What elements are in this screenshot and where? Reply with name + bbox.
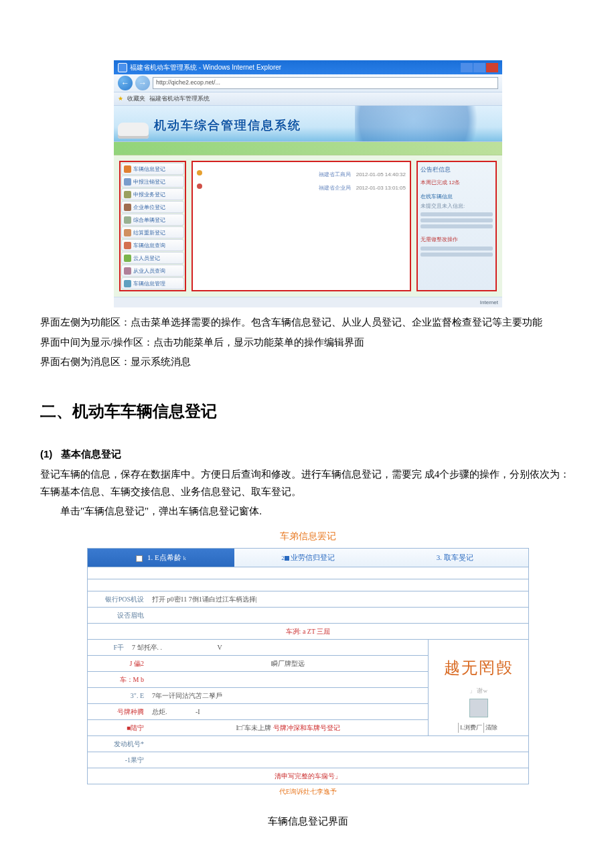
window-title-bar: 福建省机动车管理系统 - Windows Internet Explorer [114, 60, 502, 74]
maximize-icon[interactable] [473, 63, 485, 72]
sidebar-item[interactable]: 申报注销登记 [121, 175, 184, 188]
right-panel-sub2: 未提交且未入信息: [420, 202, 493, 211]
field-label: 车：M b [88, 672, 148, 687]
minimize-icon[interactable] [461, 63, 473, 72]
banner-decor [355, 106, 502, 141]
favorites-label: 收藏夹 [127, 94, 145, 104]
field-value[interactable]: 瞬厂牌型远 [148, 656, 428, 671]
field-label: 银行POS机设 [88, 591, 148, 607]
field-value[interactable] [148, 752, 528, 768]
bullet-icon [197, 170, 202, 175]
field-value[interactable]: 7 邹托卒. . V [128, 640, 428, 655]
form-screenshot: 1. E点希龄 k 2业劳信归登记 3. 取车旻记 银行POS机设 打开 p0密… [87, 548, 529, 784]
bullet-icon [197, 184, 202, 189]
field-label: -1果宁 [88, 752, 148, 768]
body-paragraph: 界面右侧为消息区：显示系统消息 [40, 354, 576, 371]
browse-button[interactable]: L浏费厂 [458, 723, 483, 733]
photo-sub-text: 」 谢w [469, 686, 487, 696]
sidebar-item[interactable]: 申报业务登记 [121, 188, 184, 200]
split-left: F干 7 邹托卒. . V J 儡2 瞬厂牌型远 车：M b 3". E 7年一… [87, 640, 429, 736]
menu-icon [124, 242, 131, 249]
sidebar-item[interactable]: 结算重新登记 [121, 226, 184, 238]
window-controls [461, 63, 498, 72]
field-label: ■陆宁 [88, 720, 148, 735]
menu-icon [124, 165, 131, 173]
field-value[interactable] [148, 608, 528, 623]
form-row: J 儡2 瞬厂牌型远 [87, 656, 429, 672]
menu-icon [124, 229, 131, 236]
form-row-meidi: 设否眉电 [87, 608, 529, 624]
body-paragraph: 单击"车辆信息登记"，弹出车辆信息登记窗体. [40, 503, 576, 520]
status-text: Internet [480, 298, 498, 307]
body-paragraph: 界面左侧为功能区：点击菜单选择需要的操作。包含车辆信息登记、从业人员登记、企业监… [40, 314, 576, 332]
field-label: 号牌种腾 [88, 704, 148, 719]
back-button[interactable]: ← [118, 76, 133, 90]
form-row: -1果宁 [87, 752, 529, 768]
form-row: 3". E 7年一讦同沽汽苫二孥戶 [87, 688, 429, 704]
split-row: F干 7 邹托卒. . V J 儡2 瞬厂牌型远 车：M b 3". E 7年一… [87, 640, 529, 736]
nav-strip [114, 142, 502, 155]
section-divider: 车冽: a ZT 三屈 [87, 624, 529, 640]
sidebar-item[interactable]: 车辆信息登记 [121, 163, 184, 175]
site-tab[interactable]: 福建省机动车管理系统 [149, 94, 210, 104]
menu-icon [124, 204, 131, 211]
tab-row: 1. E点希龄 k 2业劳信归登记 3. 取车旻记 [87, 548, 529, 567]
car-icon [118, 123, 149, 139]
page-banner: 机动车综合管理信息系统 [114, 106, 502, 142]
form-screenshot-title: 车弟信息罢记 [40, 529, 576, 545]
close-icon[interactable] [486, 63, 498, 72]
clear-button[interactable]: 清除 [483, 723, 499, 733]
sidebar-item[interactable]: 云人员登记 [121, 252, 184, 264]
form-row: F干 7 邹托卒. . V [87, 640, 429, 656]
field-value[interactable] [148, 736, 528, 752]
field-value[interactable] [148, 672, 428, 687]
sidebar-item[interactable]: 车辆信息管理 [121, 277, 184, 289]
field-value[interactable]: 7年一讦同沽汽苫二孥戶 [148, 688, 428, 703]
placeholder-line [420, 247, 493, 251]
form-row: 号牌种腾 总炬. -I [87, 704, 429, 720]
photo-area: 越无罔㲃 」 谢w L浏费厂 清除 [429, 640, 529, 736]
sidebar-item[interactable]: 车辆信息查询 [121, 239, 184, 251]
sidebar-item[interactable]: 企业单位登记 [121, 201, 184, 213]
photo-placeholder-text: 越无罔㲃 [444, 642, 514, 686]
menu-icon [124, 280, 131, 287]
list-item[interactable]: 福建省工商局 2012-01-05 14:40:32 [197, 170, 406, 180]
center-panel: 福建省工商局 2012-01-05 14:40:32 福建省企业局 2012-0… [191, 161, 411, 291]
right-panel-highlight: 本周已完成 12条 [420, 178, 493, 188]
tab-step-2[interactable]: 2业劳信归登记 [234, 549, 381, 567]
field-label: J 儡2 [88, 656, 148, 671]
empty-row [87, 579, 529, 591]
checkbox-icon [136, 555, 143, 562]
sidebar-item[interactable]: 综合单辆登记 [121, 214, 184, 226]
form-row: 发动机号* [87, 736, 529, 752]
address-bar: ← → http://qiche2.ecop.net/... [114, 74, 502, 92]
empty-row [87, 567, 529, 579]
form-row: 车：M b [87, 672, 429, 688]
menu-icon [124, 255, 131, 262]
placeholder-line [420, 253, 493, 257]
figure-caption: 车辆信息登记界面 [40, 813, 576, 831]
list-item[interactable]: 福建省企业局 2012-01-03 13:01:05 [197, 184, 406, 193]
forward-button[interactable]: → [135, 76, 150, 90]
menu-icon [124, 216, 131, 224]
section-heading: 二、机动车车辆信息登记 [40, 398, 576, 425]
form-hint: 清申写完整的车痫号」 [87, 768, 529, 784]
thumbnail-box[interactable] [469, 699, 488, 717]
sidebar: 车辆信息登记 申报注销登记 申报业务登记 企业单位登记 综合单辆登记 结算重新登… [119, 161, 186, 291]
right-panel-title: 公告栏信息 [420, 165, 493, 175]
field-value[interactable]: I□˝车未上牌 号牌冲深和车牌号登记 [148, 720, 428, 735]
favorites-bar: ★ 收藏夹 福建省机动车管理系统 [114, 92, 502, 106]
menu-icon [124, 178, 131, 186]
menu-icon [124, 267, 131, 275]
tab-step-1[interactable]: 1. E点希龄 k [88, 549, 234, 567]
sidebar-item[interactable]: 从业人员查询 [121, 265, 184, 277]
field-value[interactable]: 打开 p0密11 7倒1诵白过江车柄选择| [148, 591, 528, 607]
status-bar: Internet [114, 297, 502, 307]
field-label: 3". E [88, 688, 148, 703]
tab-step-3[interactable]: 3. 取车旻记 [382, 549, 528, 567]
square-icon [285, 556, 289, 561]
field-value[interactable]: 总炬. -I [148, 704, 428, 719]
star-icon[interactable]: ★ [118, 94, 123, 104]
url-input[interactable]: http://qiche2.ecop.net/... [153, 77, 498, 89]
form-row: ■陆宁 I□˝车未上牌 号牌冲深和车牌号登记 [87, 720, 429, 736]
